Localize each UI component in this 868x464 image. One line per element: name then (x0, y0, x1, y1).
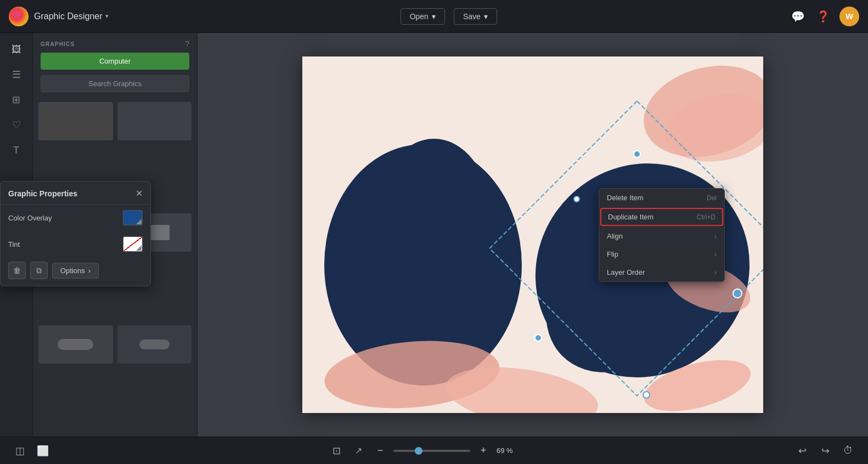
delete-icon-button[interactable]: 🗑 (8, 262, 26, 279)
undo-button[interactable]: ↩ (793, 442, 811, 460)
main-area: 🖼 ☰ ⊞ ♡ T GRAPHICS ? Computer Search Gra… (0, 33, 868, 437)
redo-button[interactable]: ↪ (816, 442, 834, 460)
bottom-right-tools: ↩ ↪ ⏱ (793, 442, 857, 460)
app-title[interactable]: Graphic Designer ▾ (34, 12, 109, 21)
graphics-thumb-2[interactable] (117, 102, 192, 140)
history-button[interactable]: ⏱ (839, 442, 857, 460)
tint-swatch[interactable] (123, 236, 143, 252)
bottom-left-tools: ◫ ⬜ (11, 442, 52, 460)
context-menu-item-align[interactable]: Align › (599, 227, 724, 245)
tint-label: Tint (8, 240, 20, 248)
graphic-properties-header: Graphic Properties ✕ (1, 182, 150, 205)
upload-button[interactable]: Computer (41, 53, 189, 70)
canvas-frame[interactable]: Delete Item Del Duplicate Item Ctrl+D Al… (302, 56, 763, 413)
context-menu-item-duplicate[interactable]: Duplicate Item Ctrl+D (600, 208, 723, 226)
context-menu-item-flip[interactable]: Flip › (599, 245, 724, 263)
pages-button[interactable]: ⬜ (34, 442, 52, 460)
graphics-thumb-1[interactable] (38, 102, 113, 140)
app-title-text: Graphic Designer (34, 12, 103, 21)
graphics-thumb-5[interactable] (38, 325, 113, 364)
zoom-slider[interactable] (393, 450, 470, 452)
svg-point-4 (357, 161, 445, 227)
open-button[interactable]: Open ▾ (401, 8, 445, 25)
context-menu-item-delete[interactable]: Delete Item Del (599, 189, 724, 207)
layers-button[interactable]: ◫ (11, 442, 29, 460)
color-overlay-row: Color Overlay (1, 205, 150, 231)
topbar: Graphic Designer ▾ Open ▾ Save ▾ 💬 ❓ W (0, 0, 868, 33)
panel-title: GRAPHICS (41, 41, 75, 47)
topbar-center: Open ▾ Save ▾ (109, 8, 790, 25)
zoom-percentage: 69 % (497, 446, 517, 455)
graphic-properties-panel: Graphic Properties ✕ Color Overlay Tint … (0, 181, 151, 286)
panel-help-icon[interactable]: ? (185, 39, 189, 48)
graphic-properties-close-button[interactable]: ✕ (136, 188, 143, 199)
sidebar-item-text[interactable]: T (5, 139, 27, 161)
sidebar-item-graphics[interactable]: 🖼 (5, 38, 27, 60)
search-graphics-input[interactable]: Search Graphics (41, 75, 189, 92)
context-menu: Delete Item Del Duplicate Item Ctrl+D Al… (599, 188, 725, 282)
user-avatar[interactable]: W (839, 7, 859, 26)
topbar-right: 💬 ❓ W (789, 7, 859, 26)
canvas-area[interactable]: Delete Item Del Duplicate Item Ctrl+D Al… (198, 33, 868, 437)
bottom-center-tools: ⊡ ↗ − + 69 % (328, 442, 517, 460)
color-overlay-swatch[interactable] (123, 210, 143, 225)
panel-header: GRAPHICS ? (33, 33, 197, 53)
zoom-out-button[interactable]: − (371, 442, 389, 460)
save-button[interactable]: Save ▾ (454, 8, 497, 25)
options-button[interactable]: Options › (52, 263, 99, 279)
bottombar: ◫ ⬜ ⊡ ↗ − + 69 % ↩ ↪ ⏱ (0, 437, 868, 464)
chat-icon-button[interactable]: 💬 (789, 8, 807, 25)
graphic-properties-title: Graphic Properties (8, 189, 77, 198)
export-button[interactable]: ↗ (350, 442, 367, 460)
app-logo (9, 7, 29, 26)
zoom-in-button[interactable]: + (475, 442, 492, 460)
sidebar-item-elements[interactable]: ⊞ (5, 89, 27, 111)
color-overlay-label: Color Overlay (8, 214, 52, 222)
frame-button[interactable]: ⊡ (328, 442, 345, 460)
sidebar-item-favorites[interactable]: ♡ (5, 114, 27, 136)
graphics-thumb-6[interactable] (117, 325, 192, 364)
tint-row: Tint (1, 231, 150, 257)
help-icon-button[interactable]: ❓ (814, 8, 832, 25)
properties-actions: 🗑 ⧉ Options › (1, 257, 150, 279)
sidebar-item-layers[interactable]: ☰ (5, 64, 27, 86)
duplicate-icon-button[interactable]: ⧉ (30, 262, 48, 279)
context-menu-item-layer-order[interactable]: Layer Order › (599, 263, 724, 281)
